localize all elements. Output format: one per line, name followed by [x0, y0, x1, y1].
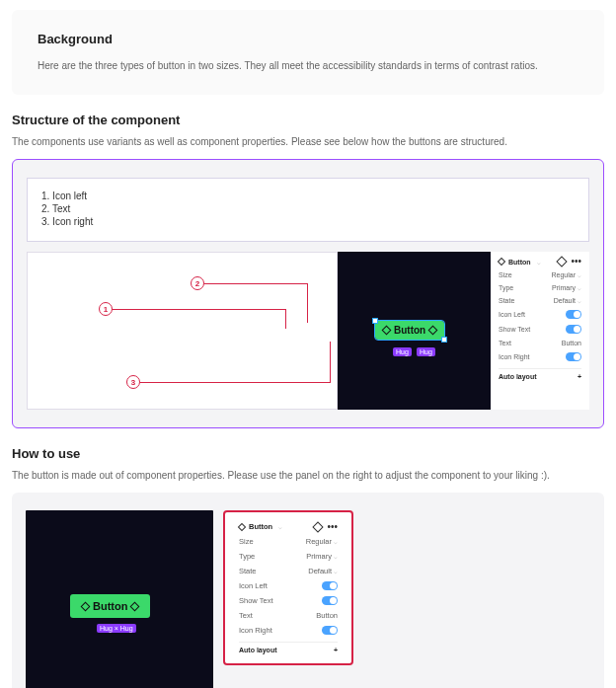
prop-state[interactable]: StateDefault⌵ [499, 294, 581, 307]
prop-text[interactable]: TextButton [499, 337, 581, 349]
marker-2-circle: 2 [191, 276, 204, 290]
chevron-down-icon: ⌵ [537, 259, 541, 266]
howto-canvas: Button Hug × Hug [26, 510, 213, 688]
component-diamond-icon [498, 258, 505, 266]
howto-auto-layout[interactable]: Auto layout+ [239, 642, 338, 653]
properties-panel: Button ⌵ ••• SizeRegular⌵ TypePrimary⌵ S… [491, 252, 589, 410]
size-value: Regular [551, 271, 576, 278]
howto-add-icon[interactable]: + [334, 647, 338, 653]
showtext-label: Show Text [499, 326, 530, 333]
h-state-l: State [239, 567, 257, 575]
howto-hug-tag: Hug × Hug [97, 624, 136, 633]
canvas-light: 2 1 3 [27, 252, 338, 410]
h-type-v: Primary [306, 552, 332, 561]
button-component[interactable]: Button [375, 321, 444, 340]
howto-prop-type[interactable]: TypePrimary⌵ [239, 549, 338, 564]
background-card: Background Here are the three types of b… [12, 10, 604, 95]
target-icon[interactable] [557, 256, 568, 267]
howto-chevron-down-icon: ⌵ [278, 523, 282, 530]
h-state-v: Default [308, 567, 332, 575]
howto-button-text: Button [93, 600, 127, 612]
iconright-toggle[interactable] [566, 352, 581, 361]
h-type-l: Type [239, 552, 255, 561]
line-1v [285, 309, 286, 329]
prop-icon-right[interactable]: Icon Right [499, 349, 581, 364]
iconleft-label: Icon Left [499, 311, 525, 318]
state-value: Default [554, 297, 576, 304]
howto-more-icon[interactable]: ••• [327, 525, 338, 529]
line-1h [113, 309, 286, 310]
text-value: Button [562, 340, 581, 346]
structure-title: Structure of the component [12, 113, 604, 127]
howto-prop-show-text[interactable]: Show Text [239, 593, 338, 608]
howto-component-name: Button [249, 522, 272, 531]
howto-prop-text[interactable]: TextButton [239, 608, 338, 623]
howto-icon-right-diamond-icon [130, 601, 140, 611]
props-header: Button ⌵ ••• [499, 258, 581, 268]
background-title: Background [38, 32, 578, 46]
line-2h [204, 283, 308, 284]
h-ir-l: Icon Right [239, 626, 272, 635]
structure-panel: 1. Icon left 2. Text 3. Icon right 2 1 3… [12, 159, 604, 428]
howto-prop-state[interactable]: StateDefault⌵ [239, 564, 338, 578]
legend-1: 1. Icon left [41, 191, 575, 201]
state-label: State [499, 297, 514, 304]
h-il-t[interactable] [322, 581, 338, 590]
howto-props-header: Button ⌵ ••• [239, 522, 338, 534]
legend-3: 3. Icon right [41, 216, 575, 227]
hug-tag-1: Hug [393, 347, 412, 356]
type-value: Primary [552, 284, 576, 291]
structure-desc: The components use variants as well as c… [12, 135, 604, 149]
h-ir-t[interactable] [322, 626, 338, 635]
legend-box: 1. Icon left 2. Text 3. Icon right [27, 178, 589, 242]
icon-right-diamond-icon [428, 326, 438, 336]
howto-prop-icon-right[interactable]: Icon Right [239, 623, 338, 638]
line-2v [307, 283, 308, 323]
panel-actions: ••• [558, 258, 581, 266]
howto-properties-panel: Button ⌵ ••• SizeRegular⌵ TypePrimary⌵ S… [229, 516, 347, 659]
prop-show-text[interactable]: Show Text [499, 322, 581, 337]
marker-1-circle: 1 [99, 302, 113, 316]
text-label: Text [499, 340, 511, 346]
icon-left-diamond-icon [382, 326, 392, 336]
howto-props-highlight: Button ⌵ ••• SizeRegular⌵ TypePrimary⌵ S… [223, 510, 353, 665]
prop-icon-left[interactable]: Icon Left [499, 307, 581, 322]
canvas-dark: Button Hug Hug [338, 252, 491, 410]
size-label: Size [499, 271, 512, 278]
howto-button-component[interactable]: Button [70, 594, 150, 618]
button-text: Button [394, 325, 425, 336]
howto-desc: The button is made out of component prop… [12, 469, 604, 483]
add-icon[interactable]: + [578, 373, 581, 380]
iconleft-toggle[interactable] [566, 310, 581, 319]
line-3h [140, 382, 331, 383]
h-size-v: Regular [306, 537, 332, 546]
howto-target-icon[interactable] [313, 521, 324, 532]
howto-prop-icon-left[interactable]: Icon Left [239, 578, 338, 593]
background-text: Here are the three types of button in tw… [38, 58, 578, 73]
prop-size[interactable]: SizeRegular⌵ [499, 268, 581, 281]
h-st-l: Show Text [239, 596, 272, 605]
autolayout-label: Auto layout [499, 373, 537, 380]
prop-type[interactable]: TypePrimary⌵ [499, 281, 581, 294]
more-icon[interactable]: ••• [571, 260, 581, 264]
h-st-t[interactable] [322, 596, 338, 605]
howto-panel: Button Hug × Hug Button ⌵ ••• SizeRegula… [12, 493, 604, 688]
h-al-l: Auto layout [239, 647, 277, 653]
howto-prop-size[interactable]: SizeRegular⌵ [239, 534, 338, 549]
auto-layout-row[interactable]: Auto layout+ [499, 368, 581, 380]
h-tx-l: Text [239, 611, 253, 620]
h-il-l: Icon Left [239, 581, 268, 590]
component-name: Button [508, 259, 531, 266]
hug-tag-2: Hug [417, 347, 435, 356]
line-3v [330, 342, 331, 383]
h-size-l: Size [239, 537, 254, 546]
howto-icon-left-diamond-icon [81, 601, 91, 611]
howto-title: How to use [12, 446, 604, 461]
structure-layout: 2 1 3 Button Hug Hug Button ⌵ [27, 252, 589, 410]
h-tx-v: Button [316, 611, 338, 620]
type-label: Type [499, 284, 513, 291]
howto-component-diamond-icon [238, 522, 246, 530]
marker-3-circle: 3 [126, 375, 140, 389]
legend-2: 2. Text [41, 203, 575, 214]
showtext-toggle[interactable] [566, 325, 581, 334]
